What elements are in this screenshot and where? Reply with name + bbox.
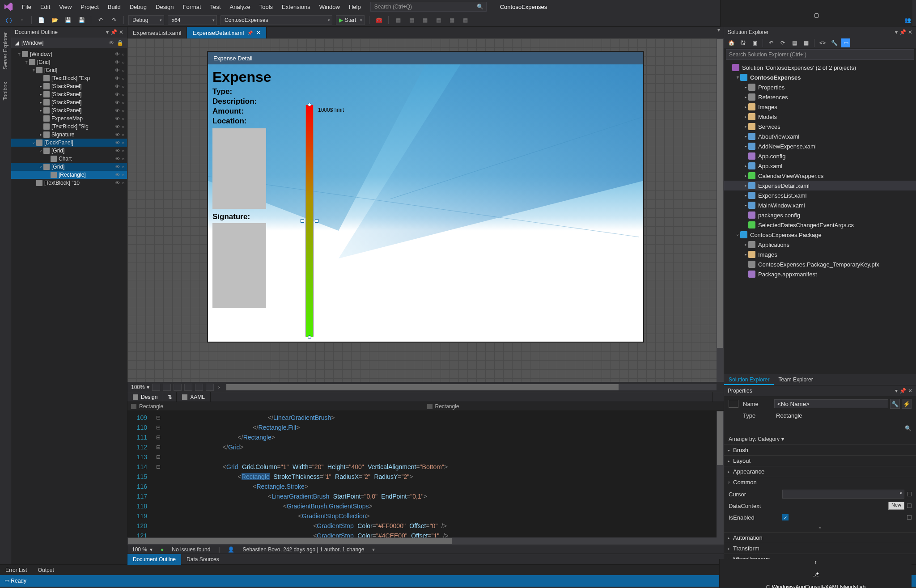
- tab-data-sources[interactable]: Data Sources: [181, 554, 225, 565]
- outline-item[interactable]: [TextBlock] "Sig👁○: [11, 123, 127, 131]
- solution-item[interactable]: ▸ExpensesList.xaml: [724, 190, 916, 200]
- toolbox-tab[interactable]: Toolbox: [1, 80, 9, 102]
- dropdown-icon[interactable]: ▾: [895, 29, 898, 35]
- designer-surface[interactable]: Expense Detail Expense Type: Description…: [127, 38, 724, 382]
- menu-analyze[interactable]: Analyze: [226, 2, 254, 12]
- live-share-icon[interactable]: 👥: [903, 15, 912, 25]
- repo-name[interactable]: ⬡ Windows-AppConsult-XAMLIslandsLab: [766, 584, 865, 588]
- solution-item[interactable]: Package.appxmanifest: [724, 269, 916, 279]
- tab-solution-explorer[interactable]: Solution Explorer: [724, 374, 774, 385]
- cat-brush[interactable]: ▸Brush: [724, 444, 916, 455]
- outline-item[interactable]: ▿[Window]👁○: [11, 50, 127, 58]
- outline-item[interactable]: [TextBlock] "Exp👁○: [11, 74, 127, 82]
- prop-name-input[interactable]: [774, 399, 888, 408]
- phone-toggle[interactable]: [195, 384, 203, 391]
- solution-item[interactable]: ▸ExpenseDetail.xaml: [724, 181, 916, 190]
- close-panel-icon[interactable]: ✕: [908, 29, 912, 35]
- outline-item[interactable]: ▸[StackPanel]👁○: [11, 106, 127, 114]
- cat-transform[interactable]: ▸Transform: [724, 543, 916, 554]
- close-panel-icon[interactable]: ✕: [119, 29, 123, 35]
- cat-automation[interactable]: ▸Automation: [724, 532, 916, 543]
- tab-expensedetail[interactable]: ExpenseDetail.xaml 📌 ✕: [187, 27, 267, 38]
- tab-team-explorer[interactable]: Team Explorer: [774, 374, 817, 385]
- home-icon[interactable]: 🏠: [727, 38, 736, 47]
- selected-rectangle[interactable]: [305, 105, 315, 342]
- nav-back-button[interactable]: ◯: [4, 15, 13, 25]
- close-panel-icon[interactable]: ✕: [908, 388, 912, 394]
- outline-item[interactable]: [Rectangle]👁○: [11, 171, 127, 179]
- menu-view[interactable]: View: [55, 2, 76, 12]
- startup-combo[interactable]: ContosoExpenses: [221, 15, 332, 25]
- maximize-button[interactable]: ▢: [809, 9, 825, 21]
- design-view-tab[interactable]: Design: [127, 392, 163, 402]
- codelens-text[interactable]: Sebastien Bovo, 242 days ago | 1 author,…: [242, 546, 364, 553]
- editor-zoom[interactable]: 100 %: [132, 546, 147, 553]
- chevron-right-icon[interactable]: ›: [218, 384, 220, 390]
- pin-icon[interactable]: 📌: [247, 30, 253, 35]
- solution-item[interactable]: ▸Applications: [724, 240, 916, 250]
- misc-toggle[interactable]: [184, 384, 192, 391]
- menu-debug[interactable]: Debug: [126, 2, 151, 12]
- solution-item[interactable]: App.config: [724, 151, 916, 161]
- new-button[interactable]: New: [888, 502, 904, 510]
- swap-icon[interactable]: ⇅: [163, 392, 177, 402]
- cat-layout[interactable]: ▸Layout: [724, 455, 916, 466]
- solution-item[interactable]: ▸App.xaml: [724, 161, 916, 171]
- config-combo[interactable]: Debug: [128, 15, 164, 25]
- close-tab-icon[interactable]: ✕: [256, 30, 261, 36]
- menu-project[interactable]: Project: [76, 2, 102, 12]
- refresh-icon[interactable]: ⟳: [778, 38, 787, 47]
- solution-item[interactable]: ▸AboutView.xaml: [724, 131, 916, 141]
- breadcrumb-right[interactable]: Rectangle: [435, 403, 459, 410]
- quick-search[interactable]: Search (Ctrl+Q) 🔍: [370, 2, 487, 12]
- save-icon[interactable]: 💾: [63, 15, 73, 25]
- minimize-button[interactable]: ─: [809, 0, 825, 3]
- preview-icon[interactable]: ▭: [841, 38, 850, 47]
- menu-tools[interactable]: Tools: [255, 2, 277, 12]
- properties-icon[interactable]: 🔧: [830, 38, 839, 47]
- effects-toggle[interactable]: [174, 384, 182, 391]
- tab-document-outline[interactable]: Document Outline: [127, 554, 181, 565]
- outline-item[interactable]: [TextBlock] "10👁○: [11, 179, 127, 187]
- back-icon[interactable]: ↶: [767, 38, 776, 47]
- outline-root[interactable]: ◢[Window] 👁 🔒: [11, 38, 127, 48]
- menu-edit[interactable]: Edit: [36, 2, 54, 12]
- menu-format[interactable]: Format: [178, 2, 205, 12]
- menu-test[interactable]: Test: [206, 2, 225, 12]
- designer-vscroll[interactable]: [717, 38, 724, 382]
- rotate-toggle[interactable]: [206, 384, 214, 391]
- undo-icon[interactable]: ↶: [96, 15, 106, 25]
- cursor-combo[interactable]: ▾: [782, 490, 904, 499]
- nav-fwd-button[interactable]: •: [17, 15, 27, 25]
- menu-file[interactable]: File: [18, 2, 35, 12]
- solution-item[interactable]: ▸References: [724, 92, 916, 102]
- tabs-overflow-icon[interactable]: ▾: [714, 27, 724, 38]
- breadcrumb-left[interactable]: Rectangle: [139, 403, 163, 410]
- cat-common[interactable]: ▿Common: [724, 477, 916, 487]
- solution-item[interactable]: ▿ContosoExpenses: [724, 72, 916, 82]
- sync-icon[interactable]: 🗘: [738, 38, 747, 47]
- solution-item[interactable]: ▸Models: [724, 112, 916, 122]
- save-all-icon[interactable]: 💾: [76, 15, 86, 25]
- filter-icon[interactable]: ▤: [790, 38, 799, 47]
- menu-help[interactable]: Help: [345, 2, 365, 12]
- outline-item[interactable]: ▸[StackPanel]👁○: [11, 98, 127, 106]
- outline-item[interactable]: ▿[Grid]👁○: [11, 147, 127, 155]
- tab-output[interactable]: Output: [33, 565, 59, 575]
- platform-combo[interactable]: x64: [168, 15, 217, 25]
- xaml-editor[interactable]: 109110111112113114115116117118119120121 …: [127, 410, 724, 545]
- solution-item[interactable]: ▸Images: [724, 102, 916, 112]
- dropdown-icon[interactable]: ▾: [106, 29, 109, 35]
- solution-search[interactable]: Search Solution Explorer (Ctrl+;): [726, 49, 914, 60]
- outline-item[interactable]: ▿[Grid]👁○: [11, 163, 127, 171]
- show-all-icon[interactable]: ▦: [802, 38, 810, 47]
- outline-item[interactable]: ▿[Grid]👁○: [11, 58, 127, 66]
- solution-item[interactable]: Solution 'ContosoExpenses' (2 of 2 proje…: [724, 63, 916, 72]
- designer-hscroll[interactable]: [226, 384, 717, 390]
- server-explorer-tab[interactable]: Server Explorer: [1, 30, 9, 71]
- outline-item[interactable]: ▸[StackPanel]👁○: [11, 82, 127, 90]
- menu-window[interactable]: Window: [315, 2, 344, 12]
- pin-icon[interactable]: 📌: [899, 29, 906, 35]
- solution-item[interactable]: ▸AddNewExpense.xaml: [724, 141, 916, 151]
- outline-item[interactable]: ▸[StackPanel]👁○: [11, 90, 127, 98]
